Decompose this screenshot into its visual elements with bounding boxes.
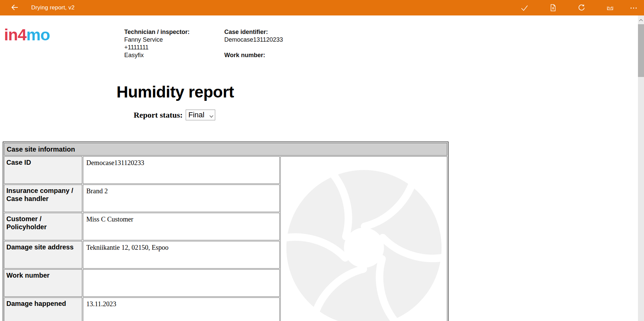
technician-name: Fanny Service	[124, 36, 190, 44]
table-row: Case ID Democase131120233	[4, 156, 447, 184]
export-document-icon	[549, 4, 557, 12]
technician-block: Technician / inspector: Fanny Service +1…	[124, 28, 190, 59]
check-icon	[520, 4, 528, 12]
in4mo-logo: in4mo	[4, 27, 50, 43]
sync-icon	[578, 4, 586, 12]
row-value: Miss C Customer	[83, 213, 280, 240]
back-arrow-icon	[10, 3, 19, 13]
row-label: Damage site address	[4, 241, 82, 269]
watermark-cell	[280, 156, 447, 321]
report-status-label: Report status:	[134, 111, 183, 120]
report-status-select[interactable]: Final	[186, 110, 215, 120]
case-site-table: Case site information Case ID Democase13…	[3, 142, 449, 321]
titlebar-title: Drying report, v2	[31, 0, 75, 15]
report-status-row: Report status: Final	[134, 110, 215, 120]
row-value	[83, 269, 280, 297]
page-title: Humidity report	[117, 83, 234, 101]
row-value: 13.11.2023	[83, 297, 280, 321]
case-table-header: Case site information	[4, 143, 447, 156]
row-label: Damage happened	[4, 297, 82, 321]
row-label: Customer / Policyholder	[4, 213, 82, 240]
row-label: Work number	[4, 269, 82, 297]
scrollbar-thumb[interactable]	[638, 24, 644, 77]
vertical-scrollbar[interactable]	[638, 15, 644, 321]
save-tray-icon	[606, 4, 614, 12]
row-value: Democase131120233	[83, 156, 280, 184]
scroll-up-button[interactable]	[638, 15, 644, 24]
row-label: Case ID	[4, 156, 82, 184]
chevron-up-icon	[639, 17, 643, 23]
export-report-button[interactable]	[546, 1, 560, 14]
refresh-button[interactable]	[575, 1, 588, 14]
row-value: Brand 2	[83, 185, 280, 212]
row-value: Tekniikantie 12, 02150, Espoo	[83, 241, 280, 269]
more-options-button[interactable]	[627, 1, 640, 14]
save-tray-button[interactable]	[603, 1, 617, 14]
technician-label: Technician / inspector:	[124, 28, 190, 36]
back-button[interactable]	[9, 2, 21, 14]
case-identifier-value: Democase131120233	[224, 36, 283, 44]
logo-text-red: in4	[4, 26, 26, 44]
technician-company: Easyfix	[124, 51, 190, 59]
row-label: Insurance company / Case handler	[4, 185, 82, 212]
report-status-select-wrap: Final	[186, 110, 215, 120]
app-window: Drying report, v2	[0, 0, 644, 321]
approve-button[interactable]	[518, 1, 531, 14]
logo-text-blue: mo	[26, 26, 50, 44]
work-number-label: Work number:	[224, 51, 283, 59]
case-identifier-label: Case identifier:	[224, 28, 283, 36]
in4mo-watermark-icon	[286, 169, 442, 321]
titlebar: Drying report, v2	[0, 0, 644, 15]
more-options-icon	[630, 4, 638, 12]
technician-phone: +1111111	[124, 44, 190, 51]
case-identifier-block: Case identifier: Democase131120233 Work …	[224, 28, 283, 59]
